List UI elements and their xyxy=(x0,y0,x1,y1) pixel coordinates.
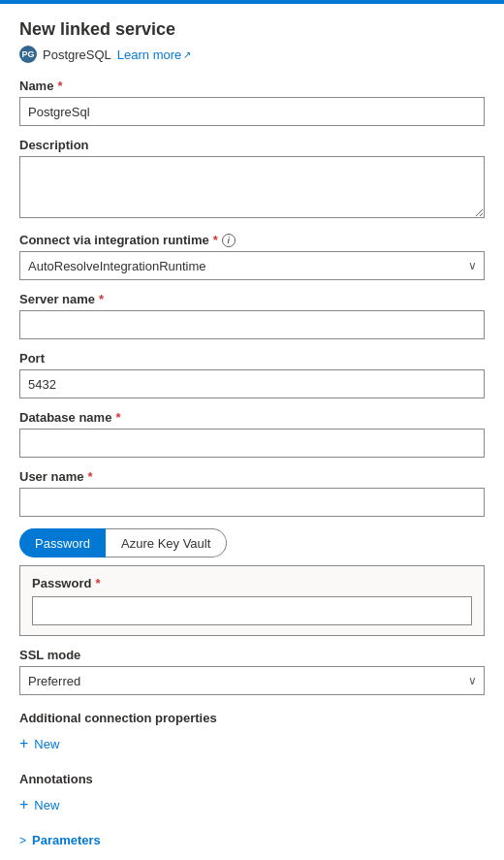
runtime-info-icon[interactable]: i xyxy=(222,234,236,247)
advanced-row[interactable]: > Advanced i xyxy=(19,855,485,860)
postgresql-icon: PG xyxy=(19,46,37,63)
password-toggle-btn[interactable]: Password xyxy=(19,528,106,557)
ssl-label: SSL mode xyxy=(19,648,485,662)
learn-more-text: Learn more xyxy=(117,48,181,62)
additional-props-plus-icon: + xyxy=(19,735,28,752)
external-link-icon: ↗ xyxy=(183,49,191,60)
description-group: Description xyxy=(19,138,485,221)
password-field-label: Password * xyxy=(32,576,472,590)
username-input[interactable] xyxy=(19,488,485,517)
name-input[interactable] xyxy=(19,97,485,126)
database-label: Database name * xyxy=(19,410,485,425)
annotations-group: Annotations + New xyxy=(19,768,485,817)
server-label: Server name * xyxy=(19,292,485,306)
ssl-select-wrapper: Preferred Require Disable Allow Verify-C… xyxy=(19,666,485,695)
server-required: * xyxy=(99,292,104,306)
name-required: * xyxy=(57,79,62,93)
name-label: Name * xyxy=(19,79,485,93)
subtitle-row: PG PostgreSQL Learn more ↗ xyxy=(19,46,485,63)
name-group: Name * xyxy=(19,79,485,126)
password-required: * xyxy=(95,576,100,590)
learn-more-link[interactable]: Learn more ↗ xyxy=(117,48,191,62)
auth-toggle-group: Password Azure Key Vault xyxy=(19,528,485,557)
runtime-select-wrapper: AutoResolveIntegrationRuntime ∨ xyxy=(19,251,485,280)
panel-title: New linked service xyxy=(19,19,485,40)
port-input[interactable] xyxy=(19,369,485,398)
runtime-required: * xyxy=(213,233,218,247)
server-group: Server name * xyxy=(19,292,485,339)
database-group: Database name * xyxy=(19,410,485,458)
ssl-select[interactable]: Preferred Require Disable Allow Verify-C… xyxy=(19,666,485,695)
azure-key-vault-toggle-btn[interactable]: Azure Key Vault xyxy=(106,528,227,557)
ssl-group: SSL mode Preferred Require Disable Allow… xyxy=(19,648,485,695)
additional-props-label: Additional connection properties xyxy=(19,711,485,725)
annotations-plus-icon: + xyxy=(19,796,28,813)
port-group: Port xyxy=(19,351,485,398)
database-required: * xyxy=(115,410,120,425)
additional-props-add-btn[interactable]: + New xyxy=(19,731,59,756)
username-group: User name * xyxy=(19,469,485,517)
username-label: User name * xyxy=(19,469,485,484)
username-required: * xyxy=(87,469,92,484)
description-label: Description xyxy=(19,138,485,152)
database-input[interactable] xyxy=(19,429,485,458)
runtime-select[interactable]: AutoResolveIntegrationRuntime xyxy=(19,251,485,280)
password-input[interactable] xyxy=(32,596,472,625)
password-box: Password * xyxy=(19,565,485,636)
annotations-label: Annotations xyxy=(19,772,485,786)
server-input[interactable] xyxy=(19,310,485,339)
description-textarea[interactable] xyxy=(19,156,485,218)
additional-props-group: Additional connection properties + New xyxy=(19,707,485,756)
runtime-label: Connect via integration runtime * i xyxy=(19,233,485,247)
port-label: Port xyxy=(19,351,485,366)
panel-content: New linked service PG PostgreSQL Learn m… xyxy=(0,4,504,860)
service-type-label: PostgreSQL xyxy=(43,48,111,62)
parameters-row[interactable]: > Parameters xyxy=(19,829,485,851)
annotations-add-btn[interactable]: + New xyxy=(19,792,59,817)
parameters-label: Parameters xyxy=(32,833,101,847)
runtime-group: Connect via integration runtime * i Auto… xyxy=(19,233,485,280)
parameters-chevron-icon: > xyxy=(19,834,26,847)
